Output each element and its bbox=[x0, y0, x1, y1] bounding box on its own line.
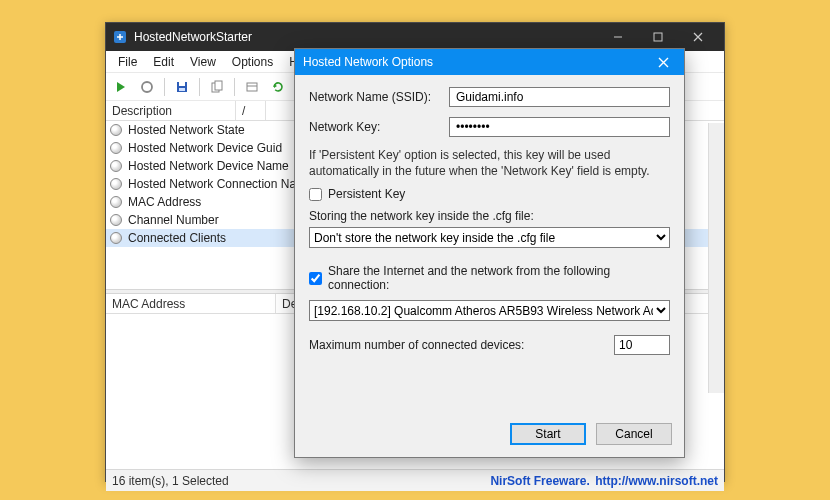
col-mac[interactable]: MAC Address bbox=[106, 294, 276, 313]
persistent-hint: If 'Persistent Key' option is selected, … bbox=[309, 147, 670, 179]
list-item-label: MAC Address bbox=[128, 195, 201, 209]
app-icon bbox=[112, 29, 128, 45]
ssid-input[interactable] bbox=[449, 87, 670, 107]
properties-button[interactable] bbox=[241, 76, 263, 98]
close-button[interactable] bbox=[678, 23, 718, 51]
svg-rect-2 bbox=[654, 33, 662, 41]
save-button[interactable] bbox=[171, 76, 193, 98]
svg-rect-6 bbox=[179, 82, 185, 86]
dialog-body: Network Name (SSID): Network Key: If 'Pe… bbox=[295, 75, 684, 365]
max-input[interactable] bbox=[614, 335, 670, 355]
svg-point-4 bbox=[142, 82, 152, 92]
cancel-button[interactable]: Cancel bbox=[596, 423, 672, 445]
scrollbar[interactable] bbox=[708, 123, 724, 393]
status-link[interactable]: http://www.nirsoft.net bbox=[595, 474, 718, 488]
col-description[interactable]: Description bbox=[106, 101, 236, 120]
bullet-icon bbox=[110, 142, 122, 154]
app-title: HostedNetworkStarter bbox=[134, 30, 598, 44]
list-item-label: Hosted Network Connection Name bbox=[128, 177, 313, 191]
svg-rect-9 bbox=[215, 81, 222, 90]
minimize-button[interactable] bbox=[598, 23, 638, 51]
start-button[interactable]: Start bbox=[510, 423, 586, 445]
list-item-label: Hosted Network Device Guid bbox=[128, 141, 282, 155]
dialog-titlebar[interactable]: Hosted Network Options bbox=[295, 49, 684, 75]
list-item-label: Hosted Network State bbox=[128, 123, 245, 137]
bullet-icon bbox=[110, 160, 122, 172]
maximize-button[interactable] bbox=[638, 23, 678, 51]
menu-file[interactable]: File bbox=[110, 53, 145, 71]
svg-rect-10 bbox=[247, 83, 257, 91]
share-checkbox[interactable] bbox=[309, 272, 322, 285]
key-label: Network Key: bbox=[309, 120, 449, 134]
list-item-label: Connected Clients bbox=[128, 231, 226, 245]
options-dialog: Hosted Network Options Network Name (SSI… bbox=[294, 48, 685, 458]
toolbar-separator bbox=[199, 78, 200, 96]
toolbar-separator bbox=[164, 78, 165, 96]
menu-edit[interactable]: Edit bbox=[145, 53, 182, 71]
store-label: Storing the network key inside the .cfg … bbox=[309, 209, 670, 223]
refresh-button[interactable] bbox=[267, 76, 289, 98]
status-text: 16 item(s), 1 Selected bbox=[112, 474, 490, 488]
status-brand: NirSoft Freeware. bbox=[490, 474, 589, 488]
persistent-label[interactable]: Persistent Key bbox=[328, 187, 405, 201]
bullet-icon bbox=[110, 178, 122, 190]
statusbar: 16 item(s), 1 Selected NirSoft Freeware.… bbox=[106, 469, 724, 491]
stop-button[interactable] bbox=[136, 76, 158, 98]
titlebar[interactable]: HostedNetworkStarter bbox=[106, 23, 724, 51]
svg-marker-3 bbox=[117, 82, 125, 92]
svg-rect-7 bbox=[179, 88, 185, 91]
persistent-checkbox[interactable] bbox=[309, 188, 322, 201]
bullet-icon bbox=[110, 124, 122, 136]
copy-button[interactable] bbox=[206, 76, 228, 98]
max-label: Maximum number of connected devices: bbox=[309, 338, 614, 352]
bullet-icon bbox=[110, 232, 122, 244]
key-input[interactable] bbox=[449, 117, 670, 137]
dialog-close-button[interactable] bbox=[650, 52, 676, 72]
list-item-label: Hosted Network Device Name bbox=[128, 159, 289, 173]
ssid-label: Network Name (SSID): bbox=[309, 90, 449, 104]
bullet-icon bbox=[110, 196, 122, 208]
store-select[interactable]: Don't store the network key inside the .… bbox=[309, 227, 670, 248]
share-label[interactable]: Share the Internet and the network from … bbox=[328, 264, 670, 292]
menu-view[interactable]: View bbox=[182, 53, 224, 71]
col-divider[interactable]: / bbox=[236, 101, 266, 120]
adapter-select[interactable]: [192.168.10.2] Qualcomm Atheros AR5B93 W… bbox=[309, 300, 670, 321]
menu-options[interactable]: Options bbox=[224, 53, 281, 71]
list-item-label: Channel Number bbox=[128, 213, 219, 227]
bullet-icon bbox=[110, 214, 122, 226]
play-button[interactable] bbox=[110, 76, 132, 98]
toolbar-separator bbox=[234, 78, 235, 96]
dialog-title: Hosted Network Options bbox=[303, 55, 650, 69]
